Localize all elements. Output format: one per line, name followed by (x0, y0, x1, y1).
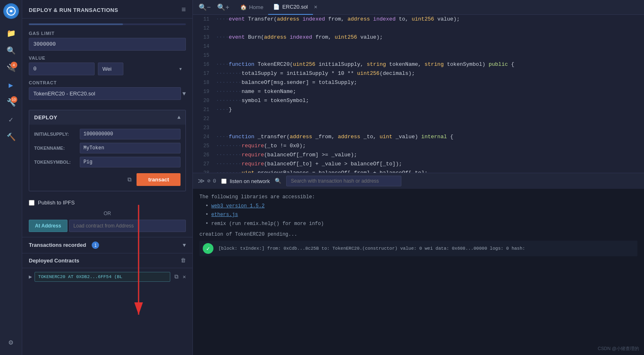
publish-ipfs-checkbox[interactable] (29, 200, 35, 206)
tokensymbol-row: TOKENSYMBOL: (34, 157, 181, 167)
listen-row: listen on network (221, 178, 270, 184)
publish-row: Publish to IPFS (22, 196, 192, 209)
code-line: 13····event Burn(address indexed from, u… (193, 33, 644, 42)
transact-button[interactable]: transact (137, 173, 181, 186)
deployed-contract-name: TOKENERC20 AT 0XDB2...6FF54 (BL (35, 272, 170, 282)
publish-ipfs-label: Publish to IPFS (38, 200, 75, 206)
value-unit-wrapper: Wei Gwei Finney Ether (98, 63, 186, 75)
initialsupply-input[interactable] (80, 129, 181, 139)
web3-link[interactable]: web3 version 1.5.2 (211, 203, 265, 209)
code-editor[interactable]: 11····event Transfer(address indexed fro… (193, 15, 644, 173)
progress-bar (29, 23, 186, 25)
deploy-section: DEPLOY ▲ INITIALSUPPLY: TOKENNAME: TOKEN… (29, 110, 186, 191)
console-bar: ≫ ⊘ 0 listen on network 🔍 (193, 173, 644, 189)
code-text: ········balanceOf[msg.sender] = totalSup… (216, 78, 357, 87)
panel-menu-icon[interactable]: ≡ (181, 6, 186, 14)
panel-content: GAS LIMIT VALUE Wei Gwei Finney Ether CO… (22, 19, 192, 110)
code-text: ········require(balanceOf[_from] >= _val… (216, 151, 357, 160)
code-line: 14 (193, 42, 644, 51)
tab-home[interactable]: 🏠 Home (235, 0, 269, 15)
copy-deployed-button[interactable]: ⧉ (173, 271, 180, 282)
code-text: ········symbol = tokenSymbol; (216, 96, 309, 105)
settings-icon[interactable]: ⚙ (4, 335, 18, 349)
value-amount-input[interactable] (29, 63, 95, 75)
code-text: ····event Transfer(address indexed from,… (216, 15, 460, 24)
deploy-sidebar-icon[interactable]: ▶ (4, 78, 18, 92)
right-panel: 🔍− 🔍+ 🏠 Home 📄 ERC20.sol ✕ 11····event T… (193, 0, 644, 355)
listen-network-checkbox[interactable] (221, 179, 227, 184)
transactions-row[interactable]: Transactions recorded 1 ▼ (22, 237, 192, 253)
code-line: 25········require(_to != 0x0); (193, 142, 644, 151)
check-sidebar-icon[interactable]: ✓ (4, 113, 18, 127)
code-text: ····} (216, 105, 232, 114)
value-row: Wei Gwei Finney Ether (29, 63, 186, 75)
console-result: ✓ [block: txIndex:] from: 0xCdb...8c25B … (199, 241, 637, 256)
deploy-header[interactable]: DEPLOY ▲ (29, 110, 185, 125)
deploy-title: DEPLOY (34, 114, 57, 121)
deployed-trash-icon[interactable]: 🗑 (181, 258, 186, 264)
plugin-icon[interactable]: 🔌 4 (4, 61, 18, 75)
line-number: 20 (196, 96, 209, 105)
line-number: 23 (196, 123, 209, 132)
gas-limit-input[interactable] (29, 38, 186, 51)
code-text: ········name = tokenName; (216, 87, 296, 96)
contract-select[interactable]: TokenERC20 - ERC20.sol (29, 87, 181, 100)
panel-title: DEPLOY & RUN TRANSACTIONS (29, 7, 118, 13)
files-icon[interactable]: 📁 (4, 26, 18, 40)
search-sidebar-icon[interactable]: 🔍 (4, 44, 18, 58)
line-number: 13 (196, 33, 209, 42)
deployed-contracts-label: Deployed Contracts (29, 258, 79, 264)
line-number: 14 (196, 42, 209, 51)
code-text (216, 114, 219, 123)
code-line: 16····function TokenERC20(uint256 initia… (193, 60, 644, 69)
console-libraries-text: The following libraries are accessible: … (199, 193, 637, 228)
initialsupply-row: INITIALSUPPLY: (34, 129, 181, 139)
listen-network-label: listen on network (230, 178, 270, 184)
panel-header: DEPLOY & RUN TRANSACTIONS ≡ (22, 0, 192, 19)
close-deployed-icon[interactable]: ✕ (183, 274, 186, 280)
deploy-body: INITIALSUPPLY: TOKENNAME: TOKENSYMBOL: ⧉… (29, 125, 185, 191)
code-line: 22 (193, 114, 644, 123)
transactions-label: Transactions recorded 1 (29, 241, 99, 249)
chevron-down-icon[interactable]: ≫ (198, 177, 205, 185)
line-number: 19 (196, 87, 209, 96)
deployed-item-row: ▶ TOKENERC20 AT 0XDB2...6FF54 (BL ⧉ ✕ (22, 268, 192, 285)
plugin2-badge: 10 (11, 96, 17, 103)
code-line: 24····function _transfer(address _from, … (193, 132, 644, 142)
tokensymbol-input[interactable] (80, 157, 181, 167)
code-text (216, 51, 219, 60)
deployed-expand-icon[interactable]: ▶ (29, 274, 32, 280)
deployed-contracts-row[interactable]: Deployed Contracts 🗑 (22, 253, 192, 268)
line-number: 21 (196, 105, 209, 114)
tab-bar: 🔍− 🔍+ 🏠 Home 📄 ERC20.sol ✕ (193, 0, 644, 15)
zoom-out-button[interactable]: 🔍− (196, 2, 213, 12)
value-unit-select[interactable]: Wei Gwei Finney Ether (98, 63, 123, 75)
code-text (216, 24, 219, 33)
tab-erc20[interactable]: 📄 ERC20.sol (268, 0, 313, 15)
close-tab-button[interactable]: ✕ (313, 5, 318, 10)
code-line: 20········symbol = tokenSymbol; (193, 96, 644, 105)
console-icons: ≫ ⊘ 0 (198, 177, 216, 185)
line-number: 26 (196, 151, 209, 160)
wrench-sidebar-icon[interactable]: 🔨 (4, 130, 18, 144)
ethers-link[interactable]: ethers.js (211, 212, 238, 218)
line-number: 17 (196, 69, 209, 78)
code-line: 15 (193, 51, 644, 60)
code-text: ····function _transfer(address _from, ad… (216, 132, 453, 142)
code-line: 17········totalSupply = initialSupply * … (193, 69, 644, 78)
remix-logo (3, 3, 19, 19)
search-console-input[interactable] (286, 176, 401, 186)
tokenname-input[interactable] (80, 143, 181, 153)
load-contract-input[interactable] (69, 220, 186, 232)
search-console-icon: 🔍 (275, 178, 281, 184)
deploy-collapse-icon: ▲ (177, 114, 181, 121)
zoom-in-button[interactable]: 🔍+ (215, 2, 232, 12)
console-output: The following libraries are accessible: … (193, 189, 644, 355)
at-address-button[interactable]: At Address (29, 220, 67, 232)
plugin2-icon[interactable]: 🔧 10 (4, 95, 18, 109)
code-text: ········require(balanceOf[_to] + _value … (216, 160, 402, 169)
stop-icon[interactable]: ⊘ (207, 178, 211, 184)
copy-deploy-button[interactable]: ⧉ (126, 174, 133, 185)
plugin-badge: 4 (11, 62, 17, 68)
file-tab-icon: 📄 (273, 4, 280, 10)
